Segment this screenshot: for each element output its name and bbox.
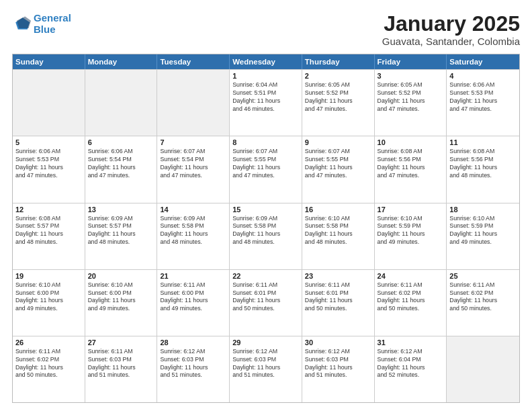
day-number: 21	[160, 272, 226, 280]
title-block: January 2025 Guavata, Santander, Colombi…	[382, 12, 520, 47]
calendar-day-23: 23Sunrise: 6:11 AM Sunset: 6:01 PM Dayli…	[302, 270, 375, 336]
day-number: 8	[232, 138, 299, 146]
day-info: Sunrise: 6:12 AM Sunset: 6:03 PM Dayligh…	[160, 348, 226, 380]
day-number: 30	[305, 338, 371, 347]
calendar-day-14: 14Sunrise: 6:09 AM Sunset: 5:58 PM Dayli…	[157, 203, 230, 269]
calendar-day-30: 30Sunrise: 6:12 AM Sunset: 6:03 PM Dayli…	[302, 336, 375, 402]
day-info: Sunrise: 6:10 AM Sunset: 5:58 PM Dayligh…	[305, 215, 371, 247]
calendar-row-1: 1Sunrise: 6:04 AM Sunset: 5:51 PM Daylig…	[13, 69, 519, 136]
day-info: Sunrise: 6:05 AM Sunset: 5:52 PM Dayligh…	[378, 81, 444, 113]
day-number: 15	[232, 205, 299, 214]
day-info: Sunrise: 6:08 AM Sunset: 5:56 PM Dayligh…	[449, 148, 517, 180]
calendar-day-22: 22Sunrise: 6:11 AM Sunset: 6:01 PM Dayli…	[230, 270, 302, 336]
day-info: Sunrise: 6:06 AM Sunset: 5:53 PM Dayligh…	[15, 148, 82, 180]
day-number: 3	[378, 72, 444, 80]
day-info: Sunrise: 6:11 AM Sunset: 6:02 PM Dayligh…	[378, 281, 444, 314]
calendar-day-18: 18Sunrise: 6:10 AM Sunset: 5:59 PM Dayli…	[447, 203, 519, 269]
calendar-day-8: 8Sunrise: 6:07 AM Sunset: 5:55 PM Daylig…	[230, 136, 302, 202]
day-info: Sunrise: 6:09 AM Sunset: 5:58 PM Dayligh…	[160, 215, 226, 247]
day-info: Sunrise: 6:09 AM Sunset: 5:57 PM Dayligh…	[88, 215, 154, 247]
calendar-day-21: 21Sunrise: 6:11 AM Sunset: 6:00 PM Dayli…	[157, 270, 230, 336]
logo: General Blue	[12, 12, 71, 36]
day-number: 9	[305, 138, 371, 146]
calendar-day-15: 15Sunrise: 6:09 AM Sunset: 5:58 PM Dayli…	[230, 203, 302, 269]
calendar-row-5: 26Sunrise: 6:11 AM Sunset: 6:02 PM Dayli…	[13, 336, 519, 402]
day-number: 1	[232, 72, 299, 80]
day-info: Sunrise: 6:12 AM Sunset: 6:03 PM Dayligh…	[305, 348, 371, 380]
day-number: 18	[449, 205, 517, 214]
logo-icon	[12, 14, 31, 33]
day-info: Sunrise: 6:04 AM Sunset: 5:51 PM Dayligh…	[232, 81, 299, 113]
day-info: Sunrise: 6:11 AM Sunset: 6:02 PM Dayligh…	[449, 281, 517, 314]
calendar-day-31: 31Sunrise: 6:12 AM Sunset: 6:04 PM Dayli…	[375, 336, 447, 402]
day-info: Sunrise: 6:10 AM Sunset: 5:59 PM Dayligh…	[378, 215, 444, 247]
calendar-day-11: 11Sunrise: 6:08 AM Sunset: 5:56 PM Dayli…	[447, 136, 519, 202]
calendar-day-26: 26Sunrise: 6:11 AM Sunset: 6:02 PM Dayli…	[13, 336, 85, 402]
header-day-friday: Friday	[375, 54, 447, 69]
calendar-day-6: 6Sunrise: 6:06 AM Sunset: 5:54 PM Daylig…	[85, 136, 158, 202]
calendar-day-3: 3Sunrise: 6:05 AM Sunset: 5:52 PM Daylig…	[375, 70, 447, 136]
day-info: Sunrise: 6:05 AM Sunset: 5:52 PM Dayligh…	[305, 81, 371, 113]
svg-marker-1	[17, 17, 31, 29]
calendar-row-4: 19Sunrise: 6:10 AM Sunset: 6:00 PM Dayli…	[13, 269, 519, 336]
calendar-day-16: 16Sunrise: 6:10 AM Sunset: 5:58 PM Dayli…	[302, 203, 375, 269]
header-day-wednesday: Wednesday	[230, 54, 302, 69]
day-info: Sunrise: 6:09 AM Sunset: 5:58 PM Dayligh…	[232, 215, 299, 247]
day-number: 19	[15, 272, 82, 280]
day-info: Sunrise: 6:10 AM Sunset: 5:59 PM Dayligh…	[449, 215, 517, 247]
calendar-day-10: 10Sunrise: 6:08 AM Sunset: 5:56 PM Dayli…	[375, 136, 447, 202]
day-info: Sunrise: 6:11 AM Sunset: 6:01 PM Dayligh…	[232, 281, 299, 314]
day-info: Sunrise: 6:11 AM Sunset: 6:01 PM Dayligh…	[305, 281, 371, 314]
day-number: 24	[378, 272, 444, 280]
day-info: Sunrise: 6:07 AM Sunset: 5:54 PM Dayligh…	[160, 148, 226, 180]
header-day-monday: Monday	[85, 54, 158, 69]
calendar-day-9: 9Sunrise: 6:07 AM Sunset: 5:55 PM Daylig…	[302, 136, 375, 202]
day-info: Sunrise: 6:07 AM Sunset: 5:55 PM Dayligh…	[305, 148, 371, 180]
day-number: 7	[160, 138, 226, 146]
day-number: 16	[305, 205, 371, 214]
day-number: 28	[160, 338, 226, 347]
page: General Blue January 2025 Guavata, Santa…	[0, 0, 532, 411]
calendar-day-1: 1Sunrise: 6:04 AM Sunset: 5:51 PM Daylig…	[230, 70, 302, 136]
day-number: 2	[305, 72, 371, 80]
calendar-day-24: 24Sunrise: 6:11 AM Sunset: 6:02 PM Dayli…	[375, 270, 447, 336]
header-day-saturday: Saturday	[447, 54, 519, 69]
day-info: Sunrise: 6:06 AM Sunset: 5:54 PM Dayligh…	[88, 148, 154, 180]
calendar-day-7: 7Sunrise: 6:07 AM Sunset: 5:54 PM Daylig…	[157, 136, 230, 202]
day-number: 23	[305, 272, 371, 280]
calendar-day-25: 25Sunrise: 6:11 AM Sunset: 6:02 PM Dayli…	[447, 270, 519, 336]
day-number: 6	[88, 138, 154, 146]
day-number: 20	[88, 272, 154, 280]
calendar-day-19: 19Sunrise: 6:10 AM Sunset: 6:00 PM Dayli…	[13, 270, 85, 336]
day-number: 17	[378, 205, 444, 214]
calendar-title: January 2025	[382, 12, 520, 36]
calendar-day-4: 4Sunrise: 6:06 AM Sunset: 5:53 PM Daylig…	[447, 70, 519, 136]
calendar-day-12: 12Sunrise: 6:08 AM Sunset: 5:57 PM Dayli…	[13, 203, 85, 269]
day-number: 27	[88, 338, 154, 347]
calendar-day-empty	[447, 336, 519, 402]
day-number: 29	[232, 338, 299, 347]
day-number: 10	[378, 138, 444, 146]
day-number: 22	[232, 272, 299, 280]
header-day-sunday: Sunday	[13, 54, 85, 69]
day-number: 5	[15, 138, 82, 146]
calendar-day-27: 27Sunrise: 6:11 AM Sunset: 6:03 PM Dayli…	[85, 336, 158, 402]
calendar-header: SundayMondayTuesdayWednesdayThursdayFrid…	[13, 54, 519, 69]
day-info: Sunrise: 6:11 AM Sunset: 6:03 PM Dayligh…	[88, 348, 154, 380]
calendar-day-5: 5Sunrise: 6:06 AM Sunset: 5:53 PM Daylig…	[13, 136, 85, 202]
day-number: 25	[449, 272, 517, 280]
day-info: Sunrise: 6:11 AM Sunset: 6:00 PM Dayligh…	[160, 281, 226, 314]
calendar-body: 1Sunrise: 6:04 AM Sunset: 5:51 PM Daylig…	[13, 69, 519, 402]
day-info: Sunrise: 6:12 AM Sunset: 6:04 PM Dayligh…	[378, 348, 444, 380]
calendar: SundayMondayTuesdayWednesdayThursdayFrid…	[12, 54, 520, 403]
calendar-day-empty	[157, 70, 230, 136]
calendar-day-empty	[13, 70, 85, 136]
calendar-day-28: 28Sunrise: 6:12 AM Sunset: 6:03 PM Dayli…	[157, 336, 230, 402]
day-info: Sunrise: 6:10 AM Sunset: 6:00 PM Dayligh…	[15, 281, 82, 314]
day-number: 4	[449, 72, 517, 80]
calendar-row-2: 5Sunrise: 6:06 AM Sunset: 5:53 PM Daylig…	[13, 136, 519, 202]
day-info: Sunrise: 6:07 AM Sunset: 5:55 PM Dayligh…	[232, 148, 299, 180]
day-number: 31	[378, 338, 444, 347]
day-info: Sunrise: 6:10 AM Sunset: 6:00 PM Dayligh…	[88, 281, 154, 314]
day-info: Sunrise: 6:06 AM Sunset: 5:53 PM Dayligh…	[449, 81, 517, 113]
